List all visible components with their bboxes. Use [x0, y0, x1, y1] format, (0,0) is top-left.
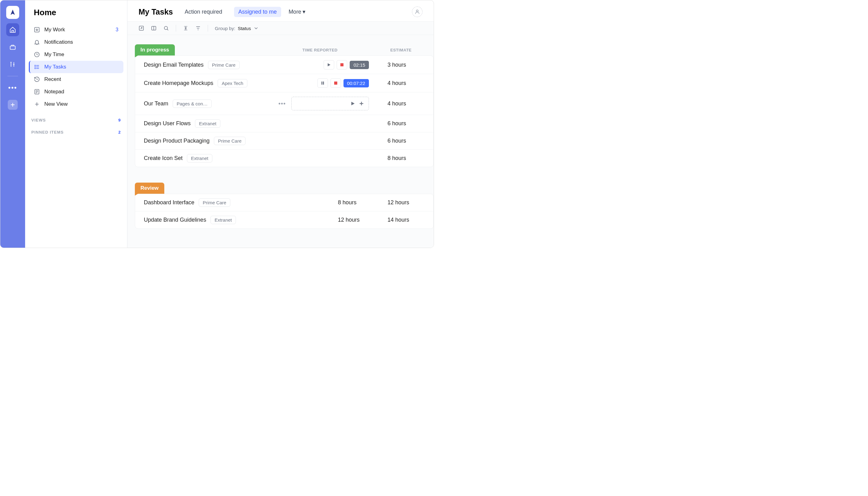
tab-more[interactable]: More▾	[289, 9, 305, 15]
sidebar-badge: 3	[115, 27, 119, 33]
status-pill-in-progress[interactable]: In progress	[135, 44, 175, 56]
sidebar-title: Home	[25, 0, 127, 21]
rail-briefcase-icon[interactable]	[6, 41, 19, 53]
task-row[interactable]: Design Email Templates Prime Care 02:15 …	[135, 56, 433, 74]
stop-button[interactable]	[337, 60, 347, 69]
sidebar-item-notepad[interactable]: Notepad	[29, 86, 123, 98]
column-header-estimate: ESTIMATE	[390, 48, 434, 52]
group-by-control[interactable]: Group by: Status	[215, 26, 259, 31]
sidebar-item-mytasks[interactable]: My Tasks	[29, 61, 123, 73]
stop-button[interactable]	[330, 78, 341, 88]
task-row[interactable]: Dashboard Interface Prime Care 8 hours 1…	[135, 194, 433, 212]
svg-point-4	[35, 67, 35, 67]
task-tag[interactable]: Apex Tech	[218, 79, 247, 88]
section-label: PINNED ITEMS	[31, 130, 64, 135]
task-estimate: 4 hours	[388, 80, 425, 87]
task-tag[interactable]: Extranet	[211, 216, 236, 224]
avatar-placeholder[interactable]	[412, 6, 422, 17]
sidebar: Home My Work 3 Notifications My Time My …	[25, 0, 127, 248]
tab-assigned-to-me[interactable]: Assigned to me	[234, 7, 281, 17]
timer-display: 00:07:22	[343, 79, 369, 88]
task-estimate: 6 hours	[388, 120, 425, 127]
task-name: Design Email Templates	[144, 62, 204, 68]
sidebar-item-label: My Time	[44, 51, 64, 58]
task-tag[interactable]: Extranet	[195, 119, 220, 128]
task-estimate: 4 hours	[388, 100, 425, 107]
task-tag[interactable]: Prime Care	[214, 137, 246, 145]
sidebar-item-recent[interactable]: Recent	[29, 73, 123, 86]
svg-rect-13	[323, 81, 324, 84]
task-row[interactable]: Create Homepage Mockups Apex Tech 00:07:…	[135, 74, 433, 92]
task-estimate: 12 hours	[388, 199, 425, 206]
sidebar-section-views[interactable]: VIEWS 9	[25, 113, 127, 125]
svg-rect-11	[340, 63, 343, 66]
task-name: Our Team	[144, 100, 168, 107]
task-row[interactable]: Update Brand Guidelines Extranet 12 hour…	[135, 212, 433, 229]
svg-rect-12	[322, 81, 322, 84]
time-reported: 12 hours	[338, 217, 369, 223]
clock-icon	[34, 51, 40, 58]
task-tag[interactable]: Extranet	[187, 154, 212, 162]
toolbar-separator	[208, 25, 208, 32]
toolbar-separator	[176, 25, 176, 32]
svg-point-5	[35, 68, 35, 69]
star-box-icon	[34, 27, 40, 33]
search-icon[interactable]	[164, 26, 169, 31]
sidebar-item-label: New View	[44, 101, 67, 107]
sidebar-section-pinned[interactable]: PINNED ITEMS 2	[25, 125, 127, 137]
task-name: Create Homepage Mockups	[144, 80, 213, 87]
svg-rect-1	[35, 28, 40, 32]
app-logo[interactable]	[6, 6, 19, 19]
task-row[interactable]: Create Icon Set Extranet 8 hours	[135, 150, 433, 167]
task-group-in-progress: In progress TIME REPORTED ESTIMATE Desig…	[127, 44, 434, 167]
task-estimate: 6 hours	[388, 138, 425, 144]
expand-icon[interactable]	[139, 26, 144, 31]
task-row[interactable]: Design Product Packaging Prime Care 6 ho…	[135, 133, 433, 150]
sidebar-item-notifications[interactable]: Notifications	[29, 36, 123, 48]
svg-rect-14	[334, 81, 337, 84]
play-icon	[351, 102, 355, 106]
task-tag[interactable]: Prime Care	[199, 198, 230, 207]
task-row[interactable]: Design User Flows Extranet 6 hours	[135, 115, 433, 133]
section-count: 2	[119, 130, 121, 135]
task-estimate: 8 hours	[388, 155, 425, 161]
sidebar-item-mywork[interactable]: My Work 3	[29, 24, 123, 36]
chevron-down-icon	[253, 26, 259, 31]
page-title: My Tasks	[139, 7, 173, 16]
task-tag[interactable]: Pages & con…	[173, 99, 212, 108]
svg-point-10	[164, 26, 168, 30]
task-name: Update Brand Guidelines	[144, 217, 206, 223]
play-button[interactable]	[324, 60, 334, 69]
rail-more-icon[interactable]: •••	[6, 81, 19, 94]
task-name: Design User Flows	[144, 120, 191, 127]
pause-button[interactable]	[317, 78, 328, 88]
plus-icon	[359, 102, 363, 106]
rail-home-icon[interactable]	[6, 23, 19, 36]
history-icon	[34, 76, 40, 82]
task-name: Dashboard Interface	[144, 199, 195, 206]
more-actions-button[interactable]: •••	[278, 100, 286, 107]
filter-icon[interactable]	[195, 26, 201, 31]
task-estimate: 3 hours	[388, 62, 425, 68]
rail-separator	[7, 76, 18, 76]
list-icon	[34, 64, 40, 70]
collapse-all-icon[interactable]	[183, 26, 188, 31]
rail-tools-icon[interactable]	[6, 58, 19, 71]
bell-icon	[34, 39, 40, 45]
sidebar-item-newview[interactable]: New View	[29, 98, 123, 110]
status-pill-review[interactable]: Review	[135, 183, 164, 194]
main-header: My Tasks Action required Assigned to me …	[127, 0, 434, 21]
tab-action-required[interactable]: Action required	[181, 7, 227, 17]
task-tag[interactable]: Prime Care	[208, 61, 239, 69]
panel-icon[interactable]	[151, 26, 157, 31]
time-entry-placeholder[interactable]	[291, 97, 369, 110]
task-name: Design Product Packaging	[144, 138, 210, 144]
toolbar: Group by: Status	[127, 21, 434, 35]
time-reported: 8 hours	[338, 199, 369, 206]
task-row[interactable]: Our Team Pages & con… ••• 4 hours	[135, 92, 433, 115]
task-group-review: Review Dashboard Interface Prime Care 8 …	[127, 183, 434, 229]
plus-icon	[34, 101, 40, 107]
sidebar-item-mytime[interactable]: My Time	[29, 48, 123, 61]
rail-add-button[interactable]	[8, 100, 18, 110]
person-icon	[415, 9, 420, 15]
